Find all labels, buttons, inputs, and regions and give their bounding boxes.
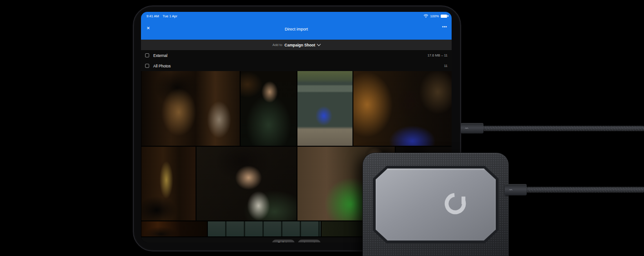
usb-connector — [505, 184, 527, 195]
battery-icon — [441, 15, 447, 18]
photo-thumbnail[interactable] — [353, 71, 452, 146]
photo-thumbnail[interactable] — [208, 221, 321, 236]
photo-thumbnail[interactable] — [141, 147, 196, 220]
scene: 9:41 AM Tue 1 Apr 100% ✕ Direct import •… — [0, 0, 644, 256]
photo-thumbnail[interactable] — [196, 147, 297, 220]
source-row-external[interactable]: External 17.6 MB – 11 — [141, 50, 452, 61]
page-title: Direct import — [141, 27, 452, 31]
battery-percent: 100% — [430, 14, 439, 18]
import-button[interactable]: Import — [298, 240, 321, 242]
more-menu-icon[interactable]: ••• — [442, 25, 447, 29]
thunderbolt-icon — [465, 127, 468, 129]
app-header: 9:41 AM Tue 1 Apr 100% ✕ Direct import •… — [141, 12, 452, 40]
title-bar: ✕ Direct import ••• — [141, 18, 452, 36]
all-photos-checkbox[interactable] — [145, 64, 149, 68]
chevron-down-icon — [317, 42, 321, 46]
status-date: Tue 1 Apr — [163, 14, 177, 18]
source-detail: 11 — [444, 64, 448, 68]
wifi-icon — [423, 14, 428, 18]
status-time: 9:41 AM — [146, 14, 159, 18]
photo-thumbnail[interactable] — [297, 71, 352, 146]
source-label: All Photos — [153, 64, 444, 68]
add-to-label: Add to — [272, 43, 282, 47]
thunderbolt-icon — [509, 189, 513, 191]
external-checkbox[interactable] — [145, 53, 149, 57]
drive-faceplate — [376, 169, 496, 241]
source-row-all-photos[interactable]: All Photos 11 — [141, 61, 452, 71]
source-label: External — [153, 53, 428, 58]
add-to-value: Campaign Shoot — [285, 43, 316, 47]
photo-thumbnail[interactable] — [141, 221, 207, 236]
source-detail: 17.6 MB – 11 — [428, 53, 448, 57]
external-ssd-drive — [363, 153, 508, 256]
g-drive-logo-icon — [443, 191, 468, 216]
status-bar: 9:41 AM Tue 1 Apr 100% — [141, 12, 452, 18]
delete-button[interactable]: Delete — [272, 240, 295, 242]
add-to-selector[interactable]: Add to Campaign Shoot — [141, 40, 452, 50]
usb-connector — [461, 123, 483, 133]
photo-thumbnail[interactable] — [241, 71, 297, 146]
usb-cable — [525, 187, 644, 193]
usb-cable — [482, 126, 644, 131]
photo-thumbnail[interactable] — [141, 71, 240, 146]
